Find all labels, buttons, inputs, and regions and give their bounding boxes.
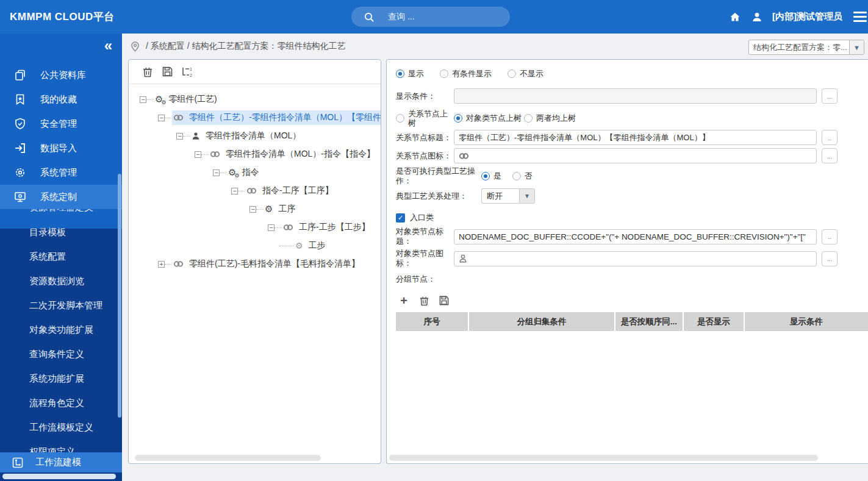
radio-button-icon[interactable] [508, 69, 516, 78]
user-icon[interactable] [750, 10, 764, 24]
column-header-visible[interactable]: 是否显示 [684, 312, 745, 331]
display-condition-browse-button[interactable]: ... [822, 88, 838, 104]
tree-horizontal-scrollbar[interactable] [135, 455, 321, 461]
display-condition-input[interactable] [454, 88, 817, 104]
sidebar-item-workflow-modeling[interactable]: 工作流建模 [0, 452, 122, 472]
tree-node-instruction[interactable]: − ⚙ 指令 [129, 163, 381, 182]
favorites-icon [13, 93, 27, 106]
radio-button-icon[interactable] [481, 172, 490, 180]
sidebar-item-objectclass-extension[interactable]: 对象类功能扩展 [0, 318, 122, 342]
menu-icon[interactable] [853, 12, 867, 22]
collapse-icon[interactable]: − [268, 224, 274, 231]
sidebar-item-label: 公共资料库 [40, 69, 86, 81]
tree-node-operation[interactable]: − ⚙ 工序 [129, 200, 381, 218]
sidebar: « 公共资料库 我的收藏 安全管理 数据导入 系统管理 系统定制 [0, 34, 122, 481]
radio-button-icon[interactable] [396, 69, 404, 78]
radio-relation-node-mount[interactable]: 关系节点上树 [396, 109, 454, 127]
radio-show[interactable]: 显示 [396, 68, 424, 79]
delete-icon[interactable] [142, 66, 153, 77]
sidebar-item-public-library[interactable]: 公共资料库 [0, 63, 122, 87]
column-header-group-condition[interactable]: 分组归集条件 [469, 312, 615, 331]
home-icon[interactable] [728, 10, 742, 24]
collapse-icon[interactable]: − [249, 206, 256, 213]
sidebar-item-process-role-def[interactable]: 流程角色定义 [0, 391, 122, 415]
data-import-icon [13, 141, 27, 155]
sidebar-item-label: 系统定制 [40, 191, 77, 203]
radio-button-icon[interactable] [524, 114, 533, 123]
person-icon [459, 254, 467, 263]
save-icon[interactable] [162, 66, 173, 77]
detail-horizontal-scrollbar[interactable] [389, 455, 818, 461]
sidebar-horizontal-scrollbar[interactable] [2, 474, 116, 479]
global-search-input[interactable]: 查询 ... [351, 7, 510, 27]
tree-node-mol-list[interactable]: − 零组件指令清单（MOL） [129, 127, 381, 145]
link-icon [459, 152, 469, 160]
search-placeholder: 查询 ... [388, 12, 415, 23]
radio-button-icon[interactable] [396, 114, 404, 123]
sidebar-item-workflow-template-def[interactable]: 工作流模板定义 [0, 415, 122, 440]
tree-node-mol-instruction-relation[interactable]: − 零组件指令清单（MOL）-指令【指令】 [129, 145, 381, 163]
relation-node-icon-input[interactable] [454, 148, 817, 163]
current-user-label[interactable]: [内部]测试管理员 [772, 11, 842, 23]
save-icon[interactable] [439, 295, 450, 306]
chevron-down-icon[interactable]: ▼ [849, 40, 864, 55]
radio-typical-op-yes[interactable]: 是 [481, 171, 501, 182]
chevron-down-icon[interactable]: ▼ [519, 188, 535, 204]
collapse-icon[interactable]: − [158, 115, 165, 121]
radio-button-icon[interactable] [512, 172, 521, 180]
sidebar-item-system-customization[interactable]: 系统定制 [0, 185, 122, 209]
tree-node-step[interactable]: ⚙ 工步 [129, 237, 381, 255]
object-node-icon-input[interactable] [454, 251, 817, 266]
collapse-icon[interactable]: − [231, 188, 238, 194]
tree-toolbar: 12 [129, 60, 381, 84]
tree-node-raw-material-relation[interactable]: + 零组件(工艺)-毛料指令清单【毛料指令清单】 [129, 255, 381, 273]
object-node-icon-browse-button[interactable]: ... [822, 251, 838, 266]
radio-hide[interactable]: 不显示 [508, 68, 543, 79]
tree-levels-icon[interactable]: 12 [181, 66, 192, 77]
tree-node-part-mol-relation[interactable]: − 零组件（工艺）-零组件指令清单（MOL）【零组件指令清单（MOL）】 [129, 109, 381, 127]
tree-node-instruction-operation-relation[interactable]: − 指令-工序【工序】 [129, 182, 381, 200]
scheme-selector-dropdown[interactable]: 结构化工艺配置方案：零... ▼ [748, 40, 864, 55]
relation-node-title-browse-button[interactable]: .. [822, 130, 838, 145]
radio-objectclass-node-mount[interactable]: 对象类节点上树 [454, 113, 522, 124]
radio-button-icon[interactable] [440, 69, 448, 78]
add-icon[interactable]: + [398, 295, 409, 306]
sidebar-vertical-scrollbar[interactable] [118, 174, 121, 418]
app-logo: KMMPM CLOUD平台 [10, 10, 115, 24]
radio-button-icon[interactable] [454, 114, 462, 123]
entry-class-label: 入口类 [410, 212, 434, 223]
radio-both-mount[interactable]: 两者均上树 [524, 113, 576, 124]
radio-conditional-show[interactable]: 有条件显示 [440, 68, 492, 79]
relation-node-icon-browse-button[interactable]: ... [822, 148, 838, 163]
typical-process-relation-select[interactable]: 断开 ▼ [481, 188, 535, 204]
sidebar-item-favorites[interactable]: 我的收藏 [0, 87, 122, 112]
collapse-icon[interactable]: − [195, 151, 201, 158]
entry-class-checkbox[interactable]: ✓ [396, 213, 405, 223]
delete-icon[interactable] [418, 295, 429, 306]
expand-icon[interactable]: + [158, 261, 165, 268]
relation-node-icon-label: 关系节点图标： [396, 151, 454, 161]
sidebar-item-resource-data-browse[interactable]: 资源数据浏览 [0, 269, 122, 293]
radio-typical-op-no[interactable]: 否 [512, 171, 533, 182]
sidebar-item-script-management[interactable]: 二次开发脚本管理 [0, 293, 122, 318]
sidebar-item-security[interactable]: 安全管理 [0, 112, 122, 136]
collapse-sidebar-icon[interactable]: « [104, 38, 112, 53]
sidebar-item-catalog-template[interactable]: 目录模板 [0, 220, 122, 244]
column-header-order[interactable]: 是否按顺序同... [615, 312, 684, 331]
sidebar-item-query-condition-def[interactable]: 查询条件定义 [0, 342, 122, 366]
sidebar-item-system-management[interactable]: 系统管理 [0, 160, 122, 185]
object-node-title-browse-button[interactable]: .. [822, 229, 838, 244]
tree-node-operation-step-relation[interactable]: − 工序-工步【工步】 [129, 218, 381, 237]
relation-node-title-input[interactable] [454, 130, 817, 145]
sidebar-item-system-config[interactable]: 系统配置 [0, 244, 122, 269]
select-value: 断开 [481, 188, 519, 204]
sidebar-item-system-function-extension[interactable]: 系统功能扩展 [0, 366, 122, 391]
tree-node-part-process[interactable]: − ⚙ 零组件(工艺) [129, 90, 381, 109]
sidebar-item-data-import[interactable]: 数据导入 [0, 136, 122, 160]
object-node-title-input[interactable] [454, 229, 817, 244]
collapse-icon[interactable]: − [140, 96, 146, 103]
column-header-seq[interactable]: 序号 [396, 312, 469, 331]
column-header-display-condition[interactable]: 显示条件 [745, 312, 868, 331]
collapse-icon[interactable]: − [213, 169, 220, 176]
collapse-icon[interactable]: − [176, 133, 183, 140]
